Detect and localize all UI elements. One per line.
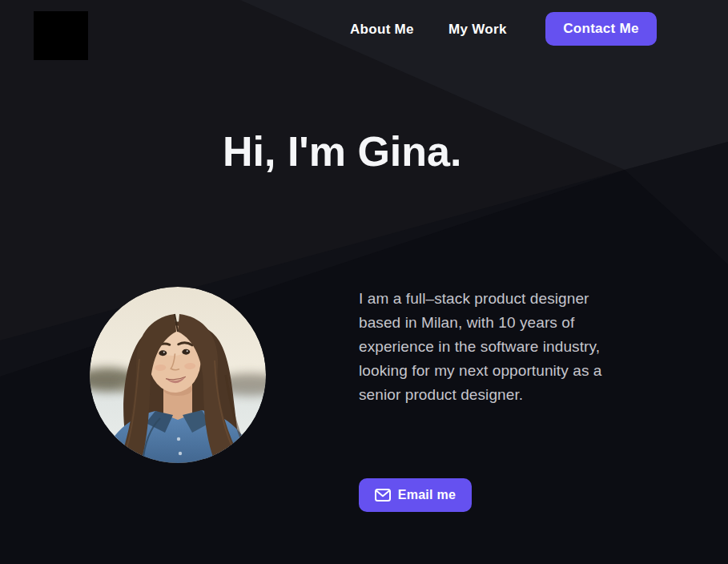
logo-square[interactable] <box>34 11 88 60</box>
nav-link-my-work[interactable]: My Work <box>448 22 507 38</box>
about-paragraph: I am a full–stack product designer based… <box>359 287 635 407</box>
email-me-button[interactable]: Email me <box>359 478 472 512</box>
email-button-label: Email me <box>398 488 457 502</box>
profile-photo-illustration <box>90 287 266 463</box>
portfolio-page: About Me My Work Contact Me Hi, I'm Gina… <box>0 0 728 564</box>
hero-heading: Hi, I'm Gina. <box>223 127 461 176</box>
email-icon <box>375 489 391 502</box>
profile-photo <box>90 287 266 463</box>
nav-link-about-me[interactable]: About Me <box>350 22 414 38</box>
contact-me-button[interactable]: Contact Me <box>545 12 657 46</box>
